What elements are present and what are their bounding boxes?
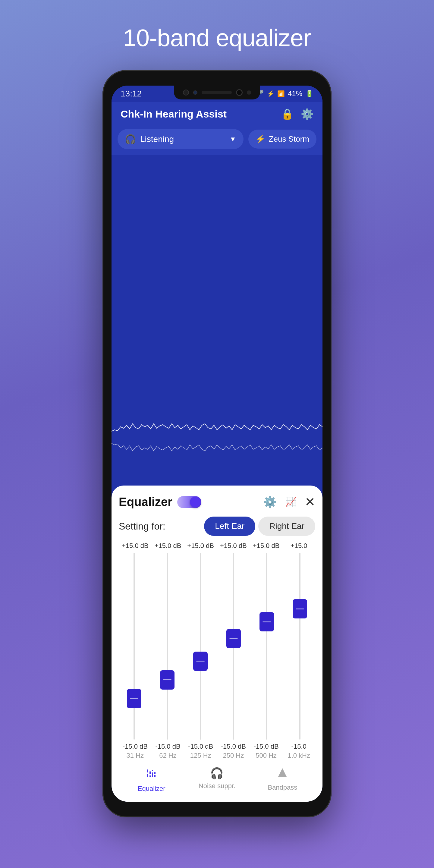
slider-thumb-3[interactable] [193, 652, 208, 671]
proximity-sensor [247, 90, 251, 95]
hearing-icon: 🎧 [125, 134, 136, 144]
db-bottom-5: -15.0 dB [253, 743, 278, 750]
slider-thumb-2[interactable] [160, 670, 175, 689]
eq-title: Equalizer [119, 495, 173, 509]
status-time: 13:12 [121, 89, 142, 98]
bluetooth-icon: ⚡ [267, 90, 274, 97]
nav-label-noise: Noise suppr. [198, 782, 236, 790]
signal-icon: 📶 [277, 90, 285, 97]
db-bottom-2: -15.0 dB [155, 743, 180, 750]
equalizer-nav-icon [145, 767, 158, 782]
lock-refresh-icon[interactable]: 🔒 [281, 108, 293, 120]
setting-for-row: Setting for: Left Ear Right Ear [119, 517, 315, 536]
eq-toggle-knob [190, 497, 201, 507]
db-top-5: +15.0 dB [250, 542, 283, 550]
eq-title-area: Equalizer [119, 495, 201, 509]
slider-thumb-5[interactable] [259, 612, 274, 631]
svg-rect-2 [152, 770, 153, 777]
nav-item-bandpass[interactable]: Bandpass [250, 767, 315, 793]
hz-label-3: 125 Hz [190, 752, 211, 760]
db-top-row: +15.0 dB +15.0 dB +15.0 dB +15.0 dB +15.… [119, 542, 315, 550]
slider-thumb-4[interactable] [226, 629, 241, 648]
band-slider-2[interactable] [151, 553, 184, 740]
nav-item-equalizer[interactable]: Equalizer [119, 767, 184, 793]
page-wrapper: 10-band equalizer 13:12 🖼 🎤 ⚡ 📶 [0, 0, 434, 868]
notch [174, 86, 260, 99]
slider-track-line-4 [233, 553, 234, 740]
eq-panel: Equalizer ⚙️ 📈 ✕ Setting for: [112, 486, 322, 802]
bottom-label-5: -15.0 dB 500 Hz [250, 743, 283, 760]
battery-text: 41% [288, 90, 302, 98]
bottom-label-2: -15.0 dB 62 Hz [152, 743, 184, 760]
slider-thumb-1[interactable] [127, 689, 141, 708]
chart-icon[interactable]: 📈 [285, 497, 296, 507]
bottom-label-6: -15.0 1.0 kHz [282, 743, 315, 760]
noise-nav-icon: 🎧 [210, 767, 224, 780]
right-ear-button[interactable]: Right Ear [258, 517, 315, 536]
eq-header: Equalizer ⚙️ 📈 ✕ [119, 495, 315, 509]
listening-label: Listening [140, 134, 174, 144]
waveform-svg [112, 407, 322, 467]
band-slider-3[interactable] [184, 553, 217, 740]
db-top-1: +15.0 dB [119, 542, 152, 550]
nav-item-noise[interactable]: 🎧 Noise suppr. [184, 767, 250, 793]
db-top-2: +15.0 dB [152, 542, 184, 550]
db-bottom-3: -15.0 dB [188, 743, 213, 750]
ear-buttons: Left Ear Right Ear [204, 517, 315, 536]
bottom-labels-row: -15.0 dB 31 Hz -15.0 dB 62 Hz -15.0 dB 1… [119, 740, 315, 761]
eq-toggle[interactable] [177, 496, 201, 508]
svg-marker-8 [278, 768, 287, 777]
bottom-label-4: -15.0 dB 250 Hz [217, 743, 250, 760]
selfie-camera [236, 89, 243, 96]
mode-bar: 🎧 Listening ▼ ⚡ Zeus Storm [112, 126, 322, 155]
battery-icon: 🔋 [305, 90, 313, 98]
slider-track-line-1 [133, 553, 135, 740]
hz-label-4: 250 Hz [223, 752, 244, 760]
slider-thumb-6[interactable] [293, 599, 307, 618]
svg-rect-6 [151, 771, 154, 772]
bottom-nav: Equalizer 🎧 Noise suppr. Bandpass [119, 761, 315, 802]
svg-rect-7 [154, 774, 156, 775]
band-slider-5[interactable] [250, 553, 283, 740]
slider-track-line-6 [299, 553, 301, 740]
front-camera [183, 90, 189, 96]
hero-title: 10-band equalizer [123, 24, 311, 52]
phone-screen: 13:12 🖼 🎤 ⚡ 📶 41% 🔋 Chk-In Hearing Assis… [112, 86, 322, 802]
app-header: Chk-In Hearing Assist 🔒 ⚙️ [112, 102, 322, 126]
hz-label-2: 62 Hz [159, 752, 176, 760]
sliders-container [118, 553, 316, 740]
db-bottom-6: -15.0 [291, 743, 307, 750]
nav-label-equalizer: Equalizer [138, 785, 165, 793]
db-top-3: +15.0 dB [184, 542, 217, 550]
waveform-area [112, 155, 322, 486]
settings-icon[interactable]: ⚙️ [301, 108, 313, 120]
left-ear-button[interactable]: Left Ear [204, 517, 255, 536]
db-top-4: +15.0 dB [217, 542, 250, 550]
bottom-label-1: -15.0 dB 31 Hz [119, 743, 152, 760]
app-title: Chk-In Hearing Assist [121, 108, 227, 120]
band-slider-4[interactable] [217, 553, 250, 740]
hz-label-1: 31 Hz [127, 752, 144, 760]
sensor [193, 90, 197, 95]
svg-rect-4 [147, 772, 149, 774]
band-slider-6[interactable] [283, 553, 316, 740]
svg-rect-5 [149, 774, 151, 775]
eq-controls: ⚙️ 📈 ✕ [263, 495, 315, 509]
phone-frame: 13:12 🖼 🎤 ⚡ 📶 41% 🔋 Chk-In Hearing Assis… [102, 70, 332, 817]
listening-dropdown[interactable]: 🎧 Listening ▼ [118, 129, 244, 149]
bandpass-nav-icon [277, 767, 288, 781]
slider-track-line-2 [167, 553, 168, 740]
hz-label-5: 500 Hz [255, 752, 277, 760]
earpiece [202, 91, 232, 94]
band-slider-1[interactable] [118, 553, 151, 740]
bluetooth-device-button[interactable]: ⚡ Zeus Storm [248, 130, 316, 149]
close-icon[interactable]: ✕ [305, 495, 315, 509]
dropdown-arrow-icon: ▼ [230, 135, 236, 143]
device-name: Zeus Storm [269, 134, 309, 144]
bottom-label-3: -15.0 dB 125 Hz [184, 743, 217, 760]
bluetooth-icon: ⚡ [255, 134, 265, 144]
eq-settings-icon[interactable]: ⚙️ [263, 496, 277, 508]
db-bottom-1: -15.0 dB [123, 743, 148, 750]
slider-track-line-5 [266, 553, 267, 740]
db-bottom-4: -15.0 dB [221, 743, 246, 750]
